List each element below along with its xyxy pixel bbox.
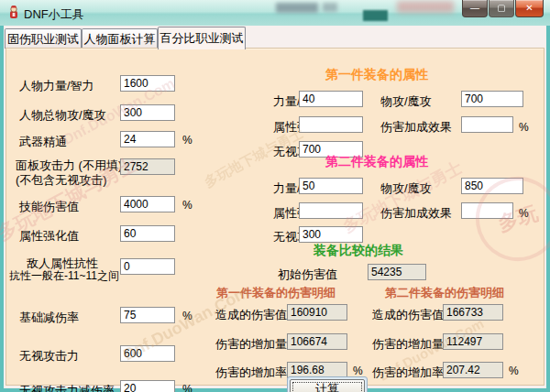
percent-suffix: % bbox=[519, 121, 529, 134]
censored-smudge bbox=[363, 10, 388, 21]
close-button[interactable]: ✕ bbox=[515, 0, 544, 17]
tab-percentage-class-test[interactable]: 百分比职业测试 bbox=[158, 27, 246, 49]
percent-suffix: % bbox=[182, 134, 192, 147]
field-weapon-mastery[interactable] bbox=[120, 131, 175, 147]
percent-suffix: % bbox=[182, 199, 192, 212]
field-ignore-attack-reduction[interactable] bbox=[120, 380, 175, 392]
header-equipment2: 第二件装备的属性 bbox=[325, 154, 428, 170]
titlebar: DNF小工具 — ▢ ✕ bbox=[0, 0, 550, 26]
maximize-button: ▢ bbox=[489, 0, 514, 17]
calc-button-focus-frame: 计算 bbox=[287, 376, 368, 392]
field-eq2-ignore[interactable] bbox=[299, 226, 363, 243]
label-base-damage-reduction: 基础减伤率 bbox=[19, 310, 79, 326]
field-eq2-strength[interactable] bbox=[299, 178, 363, 194]
tab-character-panel-calc[interactable]: 人物面板计算 bbox=[82, 28, 158, 49]
field-eq1-element[interactable] bbox=[299, 116, 363, 133]
label-enemy-resist-line2: 抗性一般在-11~11之间 bbox=[9, 268, 119, 284]
field-eq2-damage-increase bbox=[443, 333, 503, 350]
field-eq1-bonus[interactable] bbox=[461, 116, 513, 133]
field-eq2-attack[interactable] bbox=[461, 178, 523, 194]
label-eq1-bonus: 伤害加成效果 bbox=[380, 119, 452, 136]
tab-page-percentage-test: 多玩地下城与勇士 Dnf.DuoWan.Com Dnf.DuoWan.Com 多… bbox=[6, 48, 544, 386]
censored-smudge bbox=[276, 3, 318, 13]
field-eq1-damage-increase bbox=[287, 333, 347, 350]
window-title: DNF小工具 bbox=[24, 6, 84, 23]
field-initial-damage bbox=[368, 264, 426, 280]
field-skill-damage[interactable] bbox=[120, 196, 175, 212]
close-icon: ✕ bbox=[525, 3, 533, 13]
label-eq2-damage-rate: 伤害的增加率 bbox=[372, 365, 444, 381]
field-eq2-damage-rate bbox=[443, 362, 503, 378]
label-eq2-attack: 物攻/魔攻 bbox=[380, 180, 432, 197]
percent-suffix: % bbox=[182, 310, 192, 322]
field-char-total-attack[interactable] bbox=[120, 104, 175, 121]
label-eq1-damage-increase: 伤害的增加量 bbox=[215, 336, 287, 353]
app-window: DNF小工具 — ▢ ✕ 固伤职业测试 人物面板计算 百分比职业测试 多玩地下城… bbox=[0, 0, 550, 392]
label-eq2-damage-value: 造成的伤害值 bbox=[372, 307, 444, 323]
label-skill-damage: 技能伤害值 bbox=[19, 199, 79, 215]
percent-suffix: % bbox=[509, 365, 519, 377]
label-char-strength: 人物力量/智力 bbox=[19, 78, 94, 94]
field-base-damage-reduction[interactable] bbox=[120, 307, 175, 323]
label-eq1-damage-value: 造成的伤害值 bbox=[215, 307, 287, 323]
label-ignore-attack-reduction: 无视攻击力减伤率 bbox=[19, 383, 115, 392]
label-eq2-bonus: 伤害加成效果 bbox=[380, 205, 452, 222]
app-icon bbox=[6, 5, 21, 19]
censored-smudge bbox=[323, 3, 337, 12]
field-char-strength[interactable] bbox=[120, 75, 175, 92]
calculate-button[interactable]: 计算 bbox=[290, 379, 365, 392]
minimize-icon: — bbox=[470, 3, 479, 13]
maximize-icon: ▢ bbox=[497, 3, 505, 13]
field-panel-attack bbox=[120, 158, 175, 175]
label-panel-attack-line2: (不包含无视攻击) bbox=[16, 172, 107, 189]
censored-smudge bbox=[397, 1, 454, 13]
label-eq1-damage-rate: 伤害的增加率 bbox=[215, 365, 287, 381]
field-enemy-resist[interactable] bbox=[120, 258, 175, 275]
field-eq2-damage-value bbox=[443, 304, 503, 321]
field-eq2-bonus[interactable] bbox=[461, 202, 513, 219]
percent-suffix: % bbox=[519, 207, 529, 220]
label-initial-damage: 初始伤害值 bbox=[278, 267, 337, 283]
label-eq2-damage-increase: 伤害的增加量 bbox=[372, 336, 444, 353]
field-eq1-damage-value bbox=[287, 304, 347, 321]
percent-suffix: % bbox=[353, 365, 363, 377]
client-area: 固伤职业测试 人物面板计算 百分比职业测试 多玩地下城与勇士 Dnf.DuoWa… bbox=[4, 26, 546, 388]
field-ignore-attack[interactable] bbox=[120, 345, 175, 362]
field-element-enhance[interactable] bbox=[120, 225, 175, 242]
field-eq2-element[interactable] bbox=[299, 202, 363, 219]
header-detail-eq1: 第一件装备的伤害明细 bbox=[216, 285, 336, 301]
field-eq1-attack[interactable] bbox=[461, 91, 523, 107]
percent-suffix: % bbox=[182, 383, 192, 392]
header-detail-eq2: 第二件装备的伤害明细 bbox=[385, 285, 504, 301]
label-weapon-mastery: 武器精通 bbox=[19, 134, 67, 150]
label-char-total-attack: 人物总物攻/魔攻 bbox=[19, 107, 106, 124]
label-element-enhance: 属性强化值 bbox=[19, 228, 79, 245]
tab-fixed-damage-test[interactable]: 固伤职业测试 bbox=[5, 28, 82, 49]
field-eq1-strength[interactable] bbox=[299, 91, 363, 107]
header-compare-result: 装备比较的结果 bbox=[314, 243, 403, 259]
label-eq1-attack: 物攻/魔攻 bbox=[380, 93, 432, 110]
minimize-button[interactable]: — bbox=[462, 0, 488, 17]
header-equipment1: 第一件装备的属性 bbox=[325, 67, 428, 83]
label-ignore-attack: 无视攻击力 bbox=[19, 348, 79, 365]
